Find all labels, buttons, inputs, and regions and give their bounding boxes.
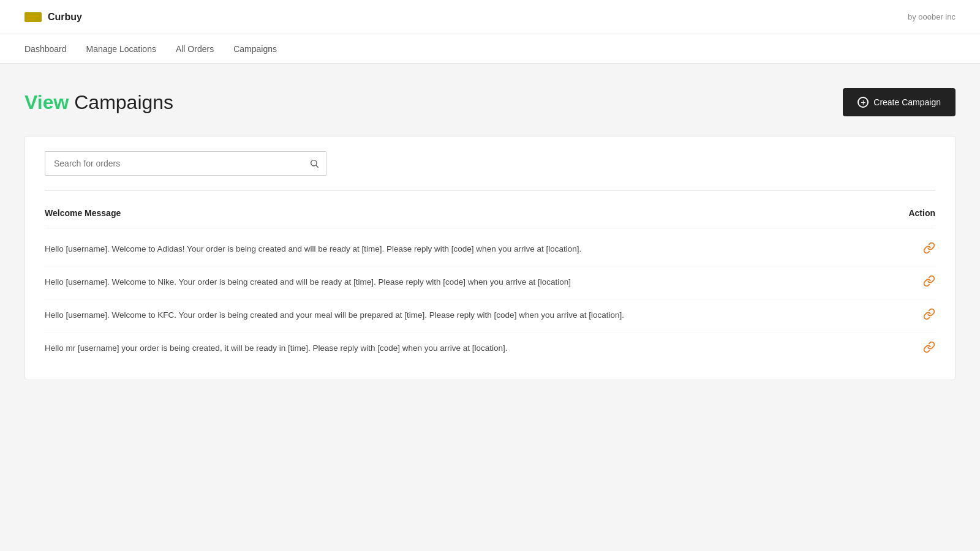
message-text: Hello [username]. Welcome to Nike. Your … (45, 276, 886, 288)
divider (45, 190, 935, 191)
message-text: Hello [username]. Welcome to Adidas! You… (45, 243, 886, 255)
page-title: View Campaigns (24, 91, 173, 114)
col-action-header: Action (886, 208, 935, 218)
link-icon-1 (923, 276, 935, 290)
create-campaign-button[interactable]: + Create Campaign (843, 88, 956, 116)
svg-rect-1 (27, 18, 36, 20)
page-title-highlight: View (24, 91, 69, 113)
table-row: Hello [username]. Welcome to KFC. Your o… (45, 299, 935, 332)
top-right-label: by ooober inc (908, 12, 956, 21)
svg-rect-0 (27, 15, 39, 17)
message-text: Hello mr [username] your order is being … (45, 342, 886, 354)
logo-area: Curbuy (24, 12, 82, 23)
action-icon-3[interactable] (886, 341, 935, 356)
table-row: Hello mr [username] your order is being … (45, 332, 935, 365)
svg-line-3 (316, 165, 318, 168)
top-bar: Curbuy by ooober inc (0, 0, 980, 34)
create-campaign-plus-icon: + (858, 97, 869, 108)
search-button[interactable] (302, 151, 326, 176)
main-content: View Campaigns + Create Campaign Welcome… (0, 64, 980, 405)
app-logo-text: Curbuy (48, 12, 82, 23)
table-header: Welcome Message Action (45, 203, 935, 228)
action-icon-2[interactable] (886, 308, 935, 323)
action-icon-1[interactable] (886, 275, 935, 290)
nav-item-manage-locations[interactable]: Manage Locations (86, 42, 156, 56)
action-icon-0[interactable] (886, 242, 935, 257)
link-icon-0 (923, 243, 935, 257)
search-area (45, 151, 935, 176)
nav-item-dashboard[interactable]: Dashboard (24, 42, 67, 56)
search-icon (309, 159, 319, 168)
search-input[interactable] (45, 151, 302, 176)
nav-item-campaigns[interactable]: Campaigns (233, 42, 277, 56)
table-row: Hello [username]. Welcome to Adidas! You… (45, 233, 935, 266)
col-welcome-message-header: Welcome Message (45, 208, 121, 218)
svg-point-2 (311, 160, 316, 166)
page-header: View Campaigns + Create Campaign (24, 88, 956, 116)
logo-icon (24, 12, 42, 22)
nav-item-all-orders[interactable]: All Orders (176, 42, 214, 56)
campaigns-card: Welcome Message Action Hello [username].… (24, 136, 956, 380)
link-icon-3 (923, 342, 935, 356)
create-campaign-label: Create Campaign (873, 97, 941, 107)
table-row: Hello [username]. Welcome to Nike. Your … (45, 266, 935, 299)
page-title-rest: Campaigns (69, 91, 173, 113)
nav-bar: Dashboard Manage Locations All Orders Ca… (0, 34, 980, 64)
message-text: Hello [username]. Welcome to KFC. Your o… (45, 309, 886, 321)
link-icon-2 (923, 309, 935, 323)
